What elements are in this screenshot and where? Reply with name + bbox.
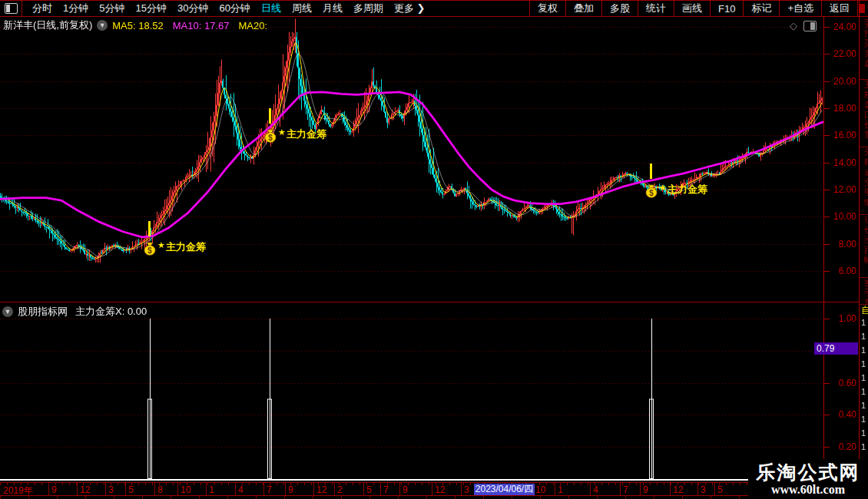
signal-marker-1: $★主力金筹 — [142, 242, 157, 259]
sidebar-tag[interactable]: 自 — [860, 305, 868, 316]
tool-item-+自选[interactable]: +自选 — [779, 1, 821, 16]
time-axis-label: 4 — [593, 484, 598, 495]
time-axis-separator — [206, 483, 207, 495]
signal-label: 主力金筹 — [287, 127, 326, 141]
money-bag-icon: $ — [644, 184, 659, 198]
time-axis-label: 12 — [316, 484, 326, 495]
axis-label: 0.20 — [839, 441, 856, 452]
sidebar-group[interactable]: 委托买卖盘 — [860, 18, 868, 80]
axis-tick — [824, 163, 830, 164]
sidebar-group[interactable]: 现价涨跌幅 — [860, 215, 868, 278]
time-axis-separator — [380, 483, 381, 495]
signal-line — [269, 108, 271, 124]
time-axis-label: 5 — [128, 484, 134, 495]
axis-label: 1.00 — [839, 313, 856, 324]
time-axis-separator — [461, 483, 462, 495]
axis-label: 20.00 — [833, 76, 856, 87]
time-axis-separator — [313, 483, 314, 495]
window-layout-button[interactable] — [0, 1, 22, 16]
period-item-周线[interactable]: 周线 — [287, 2, 317, 15]
period-item-60分钟[interactable]: 60分钟 — [214, 2, 255, 15]
time-axis-label: 8 — [157, 484, 163, 495]
time-axis-label: 1 — [209, 484, 214, 495]
period-item-5分钟[interactable]: 5分钟 — [94, 2, 130, 15]
time-axis-separator — [363, 483, 364, 495]
tool-item-返回[interactable]: 返回 — [821, 1, 857, 16]
period-item-分时[interactable]: 分时 — [27, 2, 58, 15]
signal-marker-3: $★主力金筹 — [644, 184, 659, 201]
indicator-panel-chart[interactable] — [0, 302, 823, 482]
time-axis-separator — [620, 483, 621, 495]
panel-toggle-icon[interactable] — [803, 21, 817, 31]
time-axis-label: 10 — [181, 484, 190, 495]
time-axis-separator — [697, 483, 698, 495]
ma5-value: MA5: 18.52 — [112, 20, 164, 31]
time-axis-label: 4 — [238, 484, 244, 495]
axis-tick — [824, 190, 830, 190]
sidebar-number: 1 — [860, 385, 868, 398]
time-axis-separator — [105, 483, 106, 495]
axis-tick — [824, 27, 830, 28]
bottom-partial-row — [0, 496, 868, 499]
sidebar-group[interactable]: 五档盘口价量 — [860, 80, 868, 147]
signal-line — [148, 221, 151, 236]
axis-label: 10.00 — [833, 211, 856, 222]
price-axis: 24.0022.0020.0018.0016.0014.0012.0010.00… — [823, 17, 859, 482]
top-toolbar: 分时1分钟5分钟15分钟30分钟60分钟日线周线月线多周期更多 ❯ 复权叠加多股… — [0, 0, 868, 17]
axis-label: 6.00 — [839, 266, 856, 276]
time-axis-label: 3 — [464, 484, 469, 495]
time-axis-separator — [154, 483, 155, 495]
time-axis: 2019年91235810147912257912310147912352023… — [0, 482, 868, 496]
tool-item-标记[interactable]: 标记 — [743, 1, 779, 16]
axis-tick — [824, 108, 830, 109]
axis-label: 0.40 — [839, 409, 856, 420]
candlestick-chart[interactable] — [0, 17, 823, 302]
time-axis-separator — [177, 483, 178, 495]
period-item-15分钟[interactable]: 15分钟 — [130, 2, 171, 15]
time-axis-label: 12 — [673, 484, 683, 495]
period-item-多周期[interactable]: 多周期 — [348, 2, 389, 15]
time-axis-label: 10 — [535, 484, 545, 495]
watermark-url: www.60lt.com — [771, 483, 845, 497]
time-axis-label: 12 — [80, 484, 90, 495]
tool-item-多股[interactable]: 多股 — [601, 1, 638, 16]
tools-menu: 复权叠加多股统计画线F10标记+自选返回 — [529, 1, 857, 16]
sidebar-number: 1 — [860, 343, 868, 357]
axis-tick — [824, 244, 830, 245]
indicator-header: ▼ 股朋指标网 主力金筹X: 0.00 — [2, 305, 147, 319]
time-axis-label: 2 — [337, 484, 343, 495]
time-axis-label: 9 — [403, 484, 408, 495]
tool-item-F10[interactable]: F10 — [710, 1, 743, 16]
sidebar-group[interactable]: 分时成交明细 — [860, 147, 868, 215]
sidebar-number: 1 — [860, 398, 868, 412]
sidebar-number: 1 — [860, 412, 868, 426]
sidebar-group[interactable]: 换手量比 — [860, 278, 868, 305]
axis-label: 18.00 — [833, 103, 856, 114]
indicator-axis-badge: 0.79 — [814, 342, 858, 355]
diamond-icon[interactable]: ◇ — [790, 20, 797, 31]
tool-item-复权[interactable]: 复权 — [529, 1, 565, 16]
tool-item-画线[interactable]: 画线 — [674, 1, 710, 16]
chevron-down-icon[interactable]: ▼ — [2, 306, 13, 317]
axis-tick — [824, 81, 830, 82]
tool-item-叠加[interactable]: 叠加 — [565, 1, 601, 16]
time-axis-separator — [235, 483, 236, 495]
star-icon: ★ — [278, 127, 286, 137]
period-item-30分钟[interactable]: 30分钟 — [172, 2, 214, 15]
window-split-icon — [5, 3, 18, 14]
axis-label: 12.00 — [833, 184, 856, 195]
ma20-value: MA20: — [239, 20, 268, 31]
star-icon: ★ — [659, 183, 667, 193]
period-item-日线[interactable]: 日线 — [256, 2, 287, 15]
period-item-更多 ❯[interactable]: 更多 ❯ — [389, 2, 431, 15]
period-item-1分钟[interactable]: 1分钟 — [58, 2, 94, 15]
period-item-月线[interactable]: 月线 — [317, 2, 348, 15]
time-axis-separator — [555, 483, 555, 495]
axis-label: 8.00 — [839, 239, 856, 250]
time-axis-separator — [48, 483, 49, 495]
tool-item-统计[interactable]: 统计 — [638, 1, 674, 16]
sidebar-number: 1 — [860, 371, 868, 385]
right-sidebar-strip[interactable]: 委托买卖盘五档盘口价量分时成交明细现价涨跌幅换手量比自1111111111 — [859, 0, 868, 499]
chevron-down-icon[interactable]: ▼ — [97, 20, 108, 31]
stock-app-window: 分时1分钟5分钟15分钟30分钟60分钟日线周线月线多周期更多 ❯ 复权叠加多股… — [0, 0, 868, 499]
